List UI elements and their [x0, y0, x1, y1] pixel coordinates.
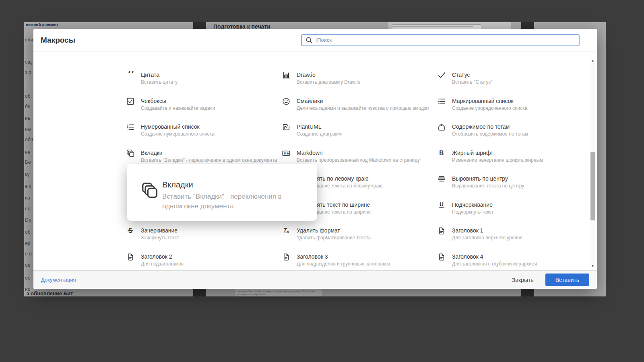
background-text-fragment: ое	[25, 275, 30, 281]
background-text-fragment: об	[25, 229, 31, 235]
macro-item[interactable]: PlantUMLСоздание диаграмм	[282, 123, 429, 137]
background-text-fragment: ер	[25, 241, 30, 246]
macro-item-title: Смайлики	[297, 98, 429, 104]
macro-item-description: Делитесь идеями и выражайте чувства с по…	[297, 105, 429, 111]
close-button[interactable]: Закрыть	[502, 274, 544, 286]
background-dark-block	[193, 22, 206, 29]
background-text-fragment: ое	[25, 262, 30, 268]
tabs-icon	[140, 181, 159, 200]
macro-item-description: Создание упорядоченного списка	[452, 105, 584, 111]
search-input[interactable]	[316, 37, 579, 43]
macro-item-title: Заголовок 4	[452, 253, 584, 260]
macro-item-description: Изменение начертания шрифта жирным	[452, 157, 584, 163]
svg-text:”: ”	[127, 71, 135, 80]
macro-item-description: Отобразить содержимое по тегам	[452, 131, 584, 137]
macro-item[interactable]: Маркированный списокСоздание упорядоченн…	[437, 98, 584, 111]
markdown-icon: M	[282, 149, 291, 158]
tabs-icon	[126, 149, 136, 158]
macro-item-title: Заголовок 2	[141, 253, 273, 260]
macro-item-title: Вкладки	[141, 150, 273, 156]
macro-item[interactable]: TУдалить форматУдалить форматирование те…	[282, 227, 429, 241]
background-text-fragment: ны	[25, 127, 31, 132]
macro-item[interactable]: BЖирный шрифтИзменение начертания шрифта…	[437, 150, 584, 163]
background-note-fragment: параметр 'Вид блока', упомянутого в верт…	[235, 289, 322, 296]
macro-item-description: Для заголовка верхнего уровня	[452, 235, 584, 241]
macro-item-description: Для заголовков с глубокой иерархией	[452, 261, 584, 267]
search-box	[301, 34, 580, 46]
tooltip-description: Вставить "Вкладки" - переключения в одно…	[162, 192, 295, 211]
background-text-fragment: De	[25, 217, 31, 223]
macro-item[interactable]: Заголовок 3Для подразделов и групповых з…	[282, 253, 429, 267]
numbered-list-icon: 123	[126, 123, 136, 132]
macro-item-title: Markdown	[297, 150, 429, 156]
macro-item-description: Создание диаграмм	[297, 131, 429, 137]
macro-item-description: Выравнивание текста по центру	[452, 183, 584, 189]
macro-item[interactable]: UПодчеркиваниеПодчеркнуть текст	[437, 202, 584, 215]
macro-item[interactable]: Содержимое по тегамОтобразить содержимое…	[437, 123, 584, 137]
scrollbar-down-icon[interactable]: ▼	[590, 264, 595, 269]
scrollbar-thumb[interactable]	[590, 152, 595, 220]
macros-dialog: Макросы ”ЦитатаВставить цитатуЧекбоксыСо…	[33, 29, 597, 289]
background-dark-block	[521, 22, 534, 29]
macro-item[interactable]: СмайликиДелитесь идеями и выражайте чувс…	[282, 98, 429, 111]
macro-item[interactable]: 123Нумерованный списокСоздание нумерован…	[126, 123, 273, 137]
background-panel	[388, 22, 511, 29]
macro-item-title: Draw.io	[297, 72, 429, 78]
macro-item-title: Маркированный список	[452, 98, 584, 104]
macro-item-description: Удалить форматирование текста	[297, 235, 429, 241]
macro-item-description: Зачеркнуть текст	[141, 235, 273, 241]
insert-button[interactable]: Вставить	[545, 274, 589, 286]
background-text-fragment: нн	[25, 150, 30, 155]
macro-item[interactable]: Заголовок 1Для заголовка верхнего уровня	[437, 227, 584, 241]
doc-icon	[437, 253, 447, 262]
macro-item-title: PlantUML	[297, 123, 429, 130]
bar-chart-icon	[282, 71, 291, 80]
macro-item-description: Создавайте и назначайте задачи	[141, 105, 273, 111]
tag-icon	[437, 123, 447, 132]
tooltip-title: Вкладки	[162, 180, 193, 189]
plantuml-icon	[282, 123, 291, 132]
macro-item[interactable]: ВкладкиВставить "Вкладки" - переключения…	[126, 150, 273, 163]
macro-item-description: Вставить цитату	[141, 79, 273, 85]
macro-item[interactable]: Заголовок 4Для заголовков с глубокой иер…	[437, 253, 584, 267]
svg-text:M: M	[284, 152, 286, 155]
macro-item[interactable]: Выровнять по центруВыравнивание текста п…	[437, 175, 584, 189]
background-text-fragment: ещ	[25, 59, 32, 65]
macro-item-description: Вставить "Статус"	[452, 79, 584, 85]
macro-item[interactable]: SЗачеркиваниеЗачеркнуть текст	[126, 227, 273, 241]
macro-item-title: Удалить формат	[297, 227, 429, 234]
macro-item[interactable]: ”ЦитатаВставить цитату	[126, 72, 273, 85]
macro-item-description: Вставить преобразованный код Markdown на…	[297, 157, 429, 163]
clear-format-icon: T	[282, 226, 291, 236]
check-icon	[437, 71, 447, 80]
macro-item[interactable]: СтатусВставить "Статус"	[437, 72, 584, 85]
doc-icon	[282, 253, 291, 262]
macro-item-title: Чекбоксы	[141, 98, 273, 104]
macro-item[interactable]: Draw.ioВставить диаграмму Draw.io	[282, 72, 429, 85]
documentation-link[interactable]: Документация	[41, 277, 76, 283]
background-text-fragment: из	[25, 195, 30, 201]
macro-item[interactable]: MMarkdownВставить преобразованный код Ma…	[282, 150, 429, 163]
background-text-fragment: з обновление Бит	[27, 290, 73, 296]
svg-text:3: 3	[127, 128, 129, 131]
background-dark-block	[521, 289, 534, 296]
macro-item-title: Статус	[452, 72, 584, 78]
macro-item-description: Создание нумерованного списка	[141, 131, 273, 137]
background-text-fragment: ку	[25, 172, 29, 177]
background-text-fragment: бн	[25, 104, 31, 109]
background-text-fragment: нижний элемент	[26, 23, 58, 27]
quote-icon: ”	[126, 71, 136, 80]
background-text-fragment: з р	[25, 70, 31, 75]
bullet-list-icon	[437, 97, 447, 107]
macro-item[interactable]: ЧекбоксыСоздавайте и назначайте задачи	[126, 98, 273, 111]
search-icon	[305, 37, 313, 44]
macro-item-description: Подчеркнуть текст	[452, 209, 584, 215]
bold-icon: B	[437, 149, 447, 158]
macro-item[interactable]: Заголовок 2Для подзаголовков	[126, 253, 273, 267]
scrollbar-track[interactable]: ▲ ▼	[590, 58, 595, 269]
background-text-fragment: но	[25, 206, 30, 212]
scrollbar-up-icon[interactable]: ▲	[590, 58, 595, 63]
background-text-fragment: е о	[25, 251, 32, 257]
svg-text:T: T	[283, 227, 287, 233]
svg-text:U: U	[440, 201, 444, 207]
